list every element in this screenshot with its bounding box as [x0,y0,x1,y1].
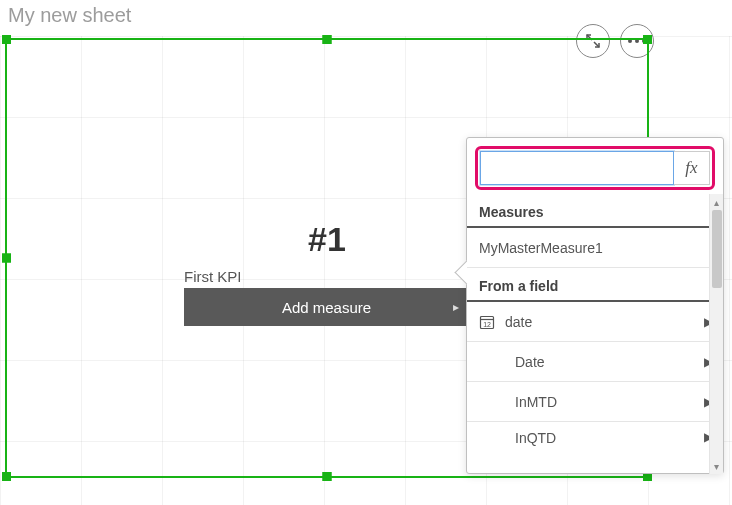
add-measure-label: Add measure [282,299,371,316]
search-input[interactable] [480,151,674,185]
field-item-inmtd[interactable]: InMTD ▶ [467,382,723,422]
resize-handle-tl[interactable] [2,35,11,44]
chevron-right-icon: ▸ [453,300,459,314]
measure-picker-popup: fx Measures MyMasterMeasure1 From a fiel… [466,137,724,474]
measure-picker-list: Measures MyMasterMeasure1 From a field 1… [467,198,723,465]
measures-section-header: Measures [467,198,723,228]
svg-text:12: 12 [483,320,491,327]
scrollbar-up-icon[interactable]: ▴ [710,194,723,210]
field-item-label: Date [515,354,545,370]
kpi-label: First KPI [184,268,242,285]
field-item-label: InMTD [515,394,557,410]
resize-handle-bc[interactable] [323,472,332,481]
measure-item-label: MyMasterMeasure1 [479,240,603,256]
fx-expression-button[interactable]: fx [674,151,710,185]
field-item-date[interactable]: 12 date ▶ [467,302,723,342]
add-measure-button[interactable]: Add measure ▸ [184,288,469,326]
sheet-title[interactable]: My new sheet [8,4,131,27]
scrollbar-thumb[interactable] [712,210,722,288]
resize-handle-tc[interactable] [323,35,332,44]
from-field-section-header: From a field [467,272,723,302]
scrollbar-down-icon[interactable]: ▾ [710,458,723,474]
search-highlight-box: fx [475,146,715,190]
measure-item[interactable]: MyMasterMeasure1 [467,228,723,268]
resize-handle-bl[interactable] [2,472,11,481]
calendar-icon: 12 [479,314,495,330]
popup-scrollbar[interactable]: ▴ ▾ [709,194,723,474]
field-item-date-sub[interactable]: Date ▶ [467,342,723,382]
field-item-label: InQTD [515,430,556,446]
field-item-label: date [505,314,532,330]
resize-handle-tr[interactable] [643,35,652,44]
field-item-inqtd[interactable]: InQTD ▶ [467,422,723,452]
